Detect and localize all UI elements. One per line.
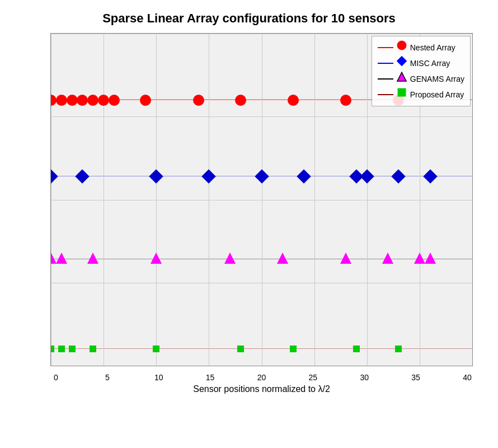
data-point-misc xyxy=(50,169,58,183)
data-point-proposed xyxy=(290,346,297,352)
data-point-proposed xyxy=(395,346,402,352)
data-point-nested xyxy=(109,95,120,106)
legend-item-nested: Nested Array xyxy=(378,40,464,55)
legend: Nested ArrayMISC ArrayGENAMS ArrayPropos… xyxy=(372,36,471,106)
data-point-proposed xyxy=(58,346,65,352)
data-point-misc xyxy=(391,169,405,183)
grid-line-h xyxy=(51,116,472,117)
legend-line-genams xyxy=(378,78,393,80)
data-point-misc xyxy=(202,169,216,183)
data-point-genams xyxy=(382,253,393,264)
data-point-genams xyxy=(56,253,67,264)
data-point-nested xyxy=(288,95,299,106)
legend-label-genams: GENAMS Array xyxy=(410,71,464,87)
chart-container: Sparse Linear Array configurations for 1… xyxy=(8,11,490,437)
legend-label-misc: MISC Array xyxy=(410,55,450,71)
grid-line-h xyxy=(51,283,472,283)
chart-title: Sparse Linear Array configurations for 1… xyxy=(102,11,396,26)
data-point-nested xyxy=(56,95,67,106)
data-point-genams xyxy=(151,253,162,264)
data-point-proposed xyxy=(353,346,360,352)
data-point-misc xyxy=(255,169,269,183)
x-label: 10 xyxy=(153,373,165,382)
legend-shape-misc xyxy=(397,55,407,71)
legend-label-proposed: Proposed Array xyxy=(410,87,464,102)
data-point-proposed xyxy=(153,346,159,352)
x-axis-labels: 0510152025303540 xyxy=(50,373,473,382)
data-point-misc xyxy=(360,169,374,183)
x-axis-title: Sensor positions normalized to λ/2 xyxy=(50,384,473,394)
data-point-nested xyxy=(235,95,246,106)
data-point-misc xyxy=(423,169,437,183)
legend-shape-nested xyxy=(397,40,407,55)
svg-point-0 xyxy=(397,41,406,50)
data-point-misc xyxy=(149,169,163,183)
data-point-proposed xyxy=(50,346,54,352)
data-point-misc xyxy=(76,169,90,183)
data-point-nested xyxy=(77,95,88,106)
x-label: 0 xyxy=(50,373,62,382)
x-label: 15 xyxy=(205,373,216,382)
legend-shape-proposed xyxy=(397,87,407,102)
data-point-nested xyxy=(340,95,351,106)
data-point-misc xyxy=(297,169,311,183)
legend-label-nested: Nested Array xyxy=(410,40,455,55)
legend-line-misc xyxy=(378,63,393,64)
x-label: 5 xyxy=(102,373,113,382)
x-label: 25 xyxy=(307,373,318,382)
x-label: 20 xyxy=(256,373,267,382)
data-point-nested xyxy=(98,95,109,106)
grid-line-h xyxy=(51,200,472,200)
svg-rect-3 xyxy=(398,88,406,96)
x-label: 35 xyxy=(410,373,421,382)
data-point-genams xyxy=(414,253,425,264)
data-point-proposed xyxy=(90,346,96,352)
x-label: 30 xyxy=(359,373,370,382)
data-point-nested xyxy=(87,95,98,106)
svg-marker-2 xyxy=(397,72,406,81)
legend-item-proposed: Proposed Array xyxy=(378,87,464,102)
y-axis-labels xyxy=(20,33,50,366)
legend-line-nested xyxy=(378,47,393,48)
legend-item-misc: MISC Array xyxy=(378,55,464,71)
grid-line-h xyxy=(51,366,472,366)
legend-item-genams: GENAMS Array xyxy=(378,71,464,87)
svg-rect-1 xyxy=(397,57,406,66)
grid-line-h xyxy=(51,34,472,34)
data-point-genams xyxy=(340,253,351,264)
legend-shape-genams xyxy=(397,71,407,87)
chart-area: 0510152025303540 Sensor positions normal… xyxy=(20,30,478,394)
data-point-proposed xyxy=(237,346,244,352)
data-point-nested xyxy=(67,95,78,106)
data-point-nested xyxy=(193,95,204,106)
x-label: 40 xyxy=(462,373,473,382)
data-point-genams xyxy=(224,253,236,264)
data-point-genams xyxy=(277,253,288,264)
legend-line-proposed xyxy=(378,94,393,95)
data-point-genams xyxy=(87,253,98,264)
grid-line-v xyxy=(472,34,473,366)
data-point-nested xyxy=(140,95,151,106)
data-point-proposed xyxy=(69,346,76,352)
data-point-genams xyxy=(425,253,436,264)
